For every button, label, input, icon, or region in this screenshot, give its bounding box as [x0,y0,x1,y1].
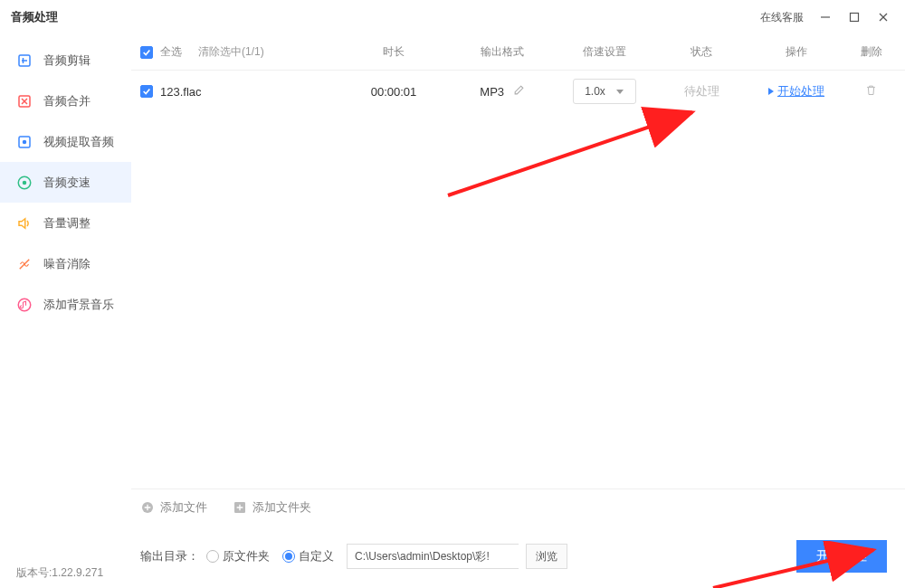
radio-icon [206,550,219,563]
annotation-arrow-1 [439,105,710,204]
plus-square-icon [233,500,247,515]
add-folder-label: 添加文件夹 [252,499,311,516]
extract-icon [16,134,33,150]
maximize-button[interactable] [843,6,865,28]
scissors-icon [16,52,33,69]
radio-checked-icon [282,550,295,563]
filename: 123.flac [160,85,202,99]
close-button[interactable] [872,6,894,28]
sidebar-item-label: 音频合并 [43,93,90,109]
merge-icon [16,93,33,109]
online-service-link[interactable]: 在线客服 [760,10,804,25]
delete-row-button[interactable] [864,86,878,100]
sidebar-item-volume[interactable]: 音量调整 [0,203,131,243]
radio-original-folder[interactable]: 原文件夹 [206,548,270,564]
sidebar-item-label: 音频变速 [43,175,90,191]
select-all-checkbox[interactable] [140,46,153,59]
svg-point-9 [23,180,27,185]
volume-icon [16,215,33,232]
col-action: 操作 [747,44,846,60]
radio-original-label: 原文件夹 [223,548,270,564]
speed-dropdown[interactable]: 1.0x [573,79,636,104]
sidebar: 音频剪辑 音频合并 视频提取音频 音频变速 音量调整 噪音消除 添加背景音乐 [0,34,131,588]
sidebar-item-audio-merge[interactable]: 音频合并 [0,81,131,121]
radio-custom-label: 自定义 [299,548,334,564]
svg-point-7 [23,139,27,144]
sidebar-item-label: 噪音消除 [43,256,90,272]
start-label: 开始处理 [777,83,824,100]
col-delete: 删除 [846,44,896,60]
speed-value: 1.0x [585,85,605,98]
sidebar-item-label: 视频提取音频 [43,134,114,150]
app-title: 音频处理 [11,9,58,25]
bgm-icon [16,297,33,313]
start-processing-button[interactable]: 开始处理 [796,540,887,573]
sidebar-item-audio-clip[interactable]: 音频剪辑 [0,40,131,81]
output-path-input[interactable] [347,544,519,569]
start-process-link[interactable]: 开始处理 [768,83,824,100]
browse-button[interactable]: 浏览 [526,544,567,569]
add-folder-button[interactable]: 添加文件夹 [233,499,311,516]
version-label: 版本号:1.22.9.271 [16,565,103,581]
minimize-button[interactable] [814,6,836,28]
radio-custom-folder[interactable]: 自定义 [282,548,334,564]
sidebar-item-label: 音量调整 [43,215,90,232]
table-header: 全选 清除选中(1/1) 时长 输出格式 倍速设置 状态 操作 删除 [131,34,905,71]
status-value: 待处理 [656,83,747,100]
noise-icon [16,256,33,272]
speed-icon [16,175,33,191]
sidebar-item-label: 添加背景音乐 [43,297,114,313]
table-row: 123.flac 00:00:01 MP3 1.0x 待处理 [131,71,905,112]
chevron-down-icon [616,90,624,94]
sidebar-item-extract-audio[interactable]: 视频提取音频 [0,121,131,162]
row-checkbox[interactable] [140,85,153,98]
plus-circle-icon [140,500,155,515]
col-duration: 时长 [335,44,452,60]
sidebar-item-label: 音频剪辑 [43,52,90,69]
sidebar-item-noise-removal[interactable]: 噪音消除 [0,243,131,284]
sidebar-item-audio-speed[interactable]: 音频变速 [0,162,131,203]
duration-value: 00:00:01 [335,85,452,99]
select-all-label: 全选 [160,44,182,60]
edit-format-icon[interactable] [513,85,525,99]
svg-point-10 [18,299,31,311]
play-icon [768,88,774,95]
col-format: 输出格式 [452,44,552,60]
col-status: 状态 [656,44,747,60]
add-file-button[interactable]: 添加文件 [140,499,207,516]
format-value: MP3 [480,85,504,99]
sidebar-item-bgm[interactable]: 添加背景音乐 [0,284,131,325]
add-file-label: 添加文件 [160,499,207,516]
svg-line-12 [448,112,692,195]
col-speed: 倍速设置 [552,44,656,60]
file-list: 123.flac 00:00:01 MP3 1.0x 待处理 [131,71,905,488]
clear-selection-link[interactable]: 清除选中(1/1) [198,44,264,60]
output-label: 输出目录： [140,548,199,564]
svg-rect-1 [851,14,859,22]
